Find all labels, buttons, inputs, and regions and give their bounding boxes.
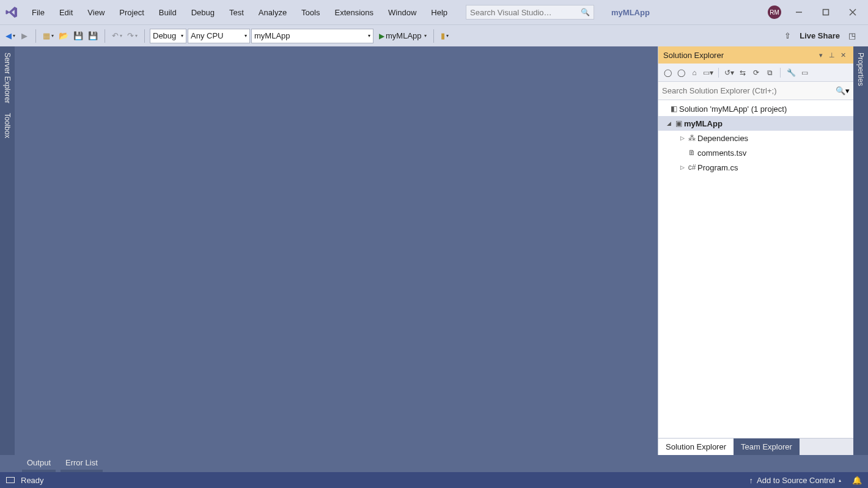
panel-title-text: Solution Explorer bbox=[663, 51, 815, 60]
maximize-button[interactable] bbox=[817, 3, 835, 21]
tree-label: comments.tsv bbox=[697, 148, 746, 158]
separator bbox=[433, 29, 434, 43]
notifications-icon[interactable]: 🔔 bbox=[852, 476, 862, 485]
side-tab-properties[interactable]: Properties bbox=[855, 50, 866, 89]
startup-project-value: myMLApp bbox=[254, 31, 290, 40]
close-button[interactable] bbox=[844, 3, 862, 21]
standard-toolbar: ◀▾ ▶ ▦▾ 📂 💾 💾 ↶▾ ↷▾ Debug▾ Any CPU▾ myML… bbox=[0, 24, 868, 46]
tree-file-tsv[interactable]: 🗎 comments.tsv bbox=[658, 145, 853, 160]
collapse-all-icon[interactable]: ⧉ bbox=[764, 67, 775, 78]
solution-platform-combo[interactable]: Any CPU▾ bbox=[188, 29, 250, 43]
menu-test[interactable]: Test bbox=[222, 0, 251, 24]
menu-debug[interactable]: Debug bbox=[184, 0, 222, 24]
solution-platform-value: Any CPU bbox=[191, 31, 223, 40]
live-share-button[interactable]: Live Share bbox=[800, 31, 840, 40]
startup-project-combo[interactable]: myMLApp▾ bbox=[251, 29, 373, 43]
live-share-icon[interactable]: ⇧ bbox=[781, 29, 793, 43]
side-tab-toolbox[interactable]: Toolbox bbox=[2, 111, 13, 140]
expand-icon[interactable]: ◢ bbox=[664, 120, 673, 126]
menu-view[interactable]: View bbox=[80, 0, 112, 24]
close-panel-icon[interactable]: ✕ bbox=[837, 51, 848, 59]
tree-label: Program.cs bbox=[697, 163, 738, 172]
preview-selected-icon[interactable]: ▭ bbox=[799, 67, 810, 78]
sync-active-doc-icon[interactable]: ⇆ bbox=[737, 67, 748, 78]
tree-project[interactable]: ◢ ▣ myMLApp bbox=[658, 116, 853, 131]
menu-file[interactable]: File bbox=[24, 0, 52, 24]
menu-project[interactable]: Project bbox=[112, 0, 151, 24]
solution-explorer-panel: Solution Explorer ▾ ⊥ ✕ ◯ ◯ ⌂ ▭▾ ↺▾ ⇆ ⟳ … bbox=[658, 46, 853, 455]
quick-search-input[interactable] bbox=[466, 8, 577, 17]
dependencies-icon: ⁂ bbox=[686, 134, 697, 142]
separator bbox=[144, 29, 145, 43]
pending-changes-filter-icon[interactable]: ↺▾ bbox=[724, 67, 735, 78]
solution-search-input[interactable] bbox=[662, 86, 836, 95]
nav-back-button[interactable]: ◀▾ bbox=[4, 29, 17, 43]
panel-bottom-tabs: Solution Explorer Team Explorer bbox=[658, 438, 853, 455]
tree-solution-root[interactable]: ◧ Solution 'myMLApp' (1 project) bbox=[658, 101, 853, 116]
expand-icon[interactable]: ▷ bbox=[678, 164, 686, 170]
search-icon: 🔍▾ bbox=[836, 86, 850, 95]
home-icon[interactable]: ⌂ bbox=[689, 67, 700, 78]
solution-explorer-toolbar: ◯ ◯ ⌂ ▭▾ ↺▾ ⇆ ⟳ ⧉ 🔧 ▭ bbox=[658, 64, 853, 82]
separator bbox=[718, 68, 719, 78]
source-control-button[interactable]: Add to Source Control bbox=[757, 476, 835, 485]
tree-file-cs[interactable]: ▷ c# Program.cs bbox=[658, 160, 853, 175]
menu-tools[interactable]: Tools bbox=[294, 0, 327, 24]
menu-help[interactable]: Help bbox=[424, 0, 455, 24]
start-debug-button[interactable]: ▶myMLApp▾ bbox=[375, 29, 428, 43]
feedback-icon[interactable]: ◳ bbox=[846, 29, 858, 43]
search-icon: 🔍 bbox=[577, 8, 594, 16]
quick-search[interactable]: 🔍 bbox=[466, 5, 594, 20]
tree-label: myMLApp bbox=[684, 119, 723, 128]
separator bbox=[105, 29, 105, 43]
tab-solution-explorer[interactable]: Solution Explorer bbox=[658, 439, 734, 455]
solution-config-combo[interactable]: Debug▾ bbox=[150, 29, 186, 43]
expand-icon[interactable]: ▷ bbox=[678, 135, 686, 141]
solution-config-value: Debug bbox=[153, 31, 176, 40]
file-icon: 🗎 bbox=[686, 148, 697, 157]
tab-error-list[interactable]: Error List bbox=[61, 456, 103, 472]
status-text: Ready bbox=[21, 476, 44, 485]
menu-analyze[interactable]: Analyze bbox=[251, 0, 294, 24]
title-right: RM bbox=[768, 3, 868, 21]
separator bbox=[780, 68, 781, 78]
app-title: myMLApp bbox=[611, 8, 650, 17]
new-project-button[interactable]: ▦▾ bbox=[41, 29, 56, 43]
user-avatar[interactable]: RM bbox=[768, 5, 781, 19]
panel-title-bar[interactable]: Solution Explorer ▾ ⊥ ✕ bbox=[658, 46, 853, 64]
save-all-button[interactable]: 💾 bbox=[86, 29, 100, 43]
tree-dependencies[interactable]: ▷ ⁂ Dependencies bbox=[658, 131, 853, 145]
menu-window[interactable]: Window bbox=[381, 0, 424, 24]
redo-button[interactable]: ↷▾ bbox=[125, 29, 139, 43]
bottom-dock-tabs: Output Error List bbox=[0, 455, 868, 472]
status-indicator-icon bbox=[6, 477, 15, 483]
properties-icon[interactable]: 🔧 bbox=[785, 67, 796, 78]
menu-edit[interactable]: Edit bbox=[52, 0, 80, 24]
extra-toolbar-button[interactable]: ▮▾ bbox=[439, 29, 451, 43]
side-tab-server-explorer[interactable]: Server Explorer bbox=[2, 50, 13, 106]
left-dock-rail: Server Explorer Toolbox bbox=[0, 46, 15, 455]
undo-button[interactable]: ↶▾ bbox=[110, 29, 124, 43]
save-button[interactable]: 💾 bbox=[72, 29, 85, 43]
open-file-button[interactable]: 📂 bbox=[57, 29, 70, 43]
solution-tree[interactable]: ◧ Solution 'myMLApp' (1 project) ◢ ▣ myM… bbox=[658, 100, 853, 438]
chevron-up-icon[interactable]: ▴ bbox=[839, 478, 841, 483]
pin-icon[interactable]: ⊥ bbox=[826, 51, 837, 59]
svg-rect-1 bbox=[823, 10, 829, 15]
refresh-icon[interactable]: ⟳ bbox=[751, 67, 762, 78]
main-menu: File Edit View Project Build Debug Test … bbox=[24, 0, 455, 24]
main-area: Server Explorer Toolbox Solution Explore… bbox=[0, 46, 868, 455]
tab-team-explorer[interactable]: Team Explorer bbox=[734, 439, 800, 455]
window-position-icon[interactable]: ▾ bbox=[815, 51, 826, 59]
minimize-button[interactable] bbox=[790, 3, 808, 21]
nav-forward-button[interactable]: ▶ bbox=[18, 29, 31, 43]
back-icon[interactable]: ◯ bbox=[662, 67, 673, 78]
menu-extensions[interactable]: Extensions bbox=[327, 0, 381, 24]
csharp-file-icon: c# bbox=[686, 163, 697, 172]
menu-build[interactable]: Build bbox=[152, 0, 184, 24]
switch-views-icon[interactable]: ▭▾ bbox=[702, 67, 713, 78]
forward-icon[interactable]: ◯ bbox=[675, 67, 686, 78]
tab-output[interactable]: Output bbox=[22, 456, 56, 472]
solution-search[interactable]: 🔍▾ bbox=[658, 82, 853, 100]
vs-logo-icon bbox=[2, 3, 21, 21]
